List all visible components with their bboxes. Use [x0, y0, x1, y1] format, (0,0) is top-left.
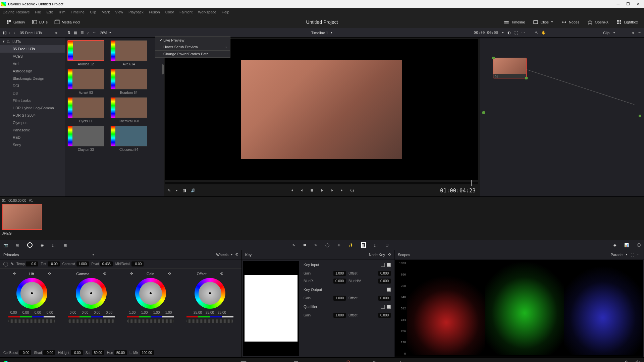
- colboost-input[interactable]: 0.00: [19, 350, 31, 355]
- reference-wipe-icon[interactable]: ◐: [507, 31, 511, 35]
- lut-thumb-clouseau54[interactable]: Clouseau 54: [110, 126, 147, 152]
- gallery-button[interactable]: Gallery: [3, 18, 29, 26]
- qualifier-matte[interactable]: [387, 305, 391, 309]
- qualifier-gain[interactable]: 1.000: [333, 313, 346, 318]
- viewer-scrubber[interactable]: [165, 182, 478, 184]
- menu-davinci[interactable]: DaVinci Resolve: [3, 10, 30, 14]
- lut-thumb-azrael93[interactable]: Azrael 93: [67, 69, 104, 95]
- lut-thumb-ava614[interactable]: Ava 614: [110, 40, 147, 66]
- lut-thumb-chemical168[interactable]: Chemical 168: [110, 97, 147, 123]
- node-graph-output[interactable]: [639, 115, 641, 117]
- lut-folder-aces[interactable]: ACES: [0, 53, 65, 60]
- search-icon[interactable]: ⌕: [87, 31, 90, 35]
- scopes-mode[interactable]: Parade: [611, 253, 623, 257]
- scope-parade[interactable]: 1023 896 768 640 512 384 256 128 0: [395, 260, 643, 357]
- key-input-matte[interactable]: [387, 263, 391, 267]
- scrub-playhead[interactable]: [471, 180, 472, 186]
- loop-icon[interactable]: [350, 188, 355, 193]
- lut-folder-35free[interactable]: 35 Free LUTs: [0, 45, 65, 53]
- edit-page-icon[interactable]: [293, 360, 299, 362]
- node-input-dot[interactable]: [492, 57, 495, 59]
- viewer-canvas[interactable]: [165, 39, 478, 180]
- key-input-gain[interactable]: 1.000: [333, 271, 346, 276]
- scopes-expand-icon[interactable]: ⛶: [631, 253, 634, 257]
- blur-icon[interactable]: ◧: [361, 242, 366, 248]
- sidebar-toggle-icon[interactable]: ▮▯: [3, 31, 7, 35]
- options-icon[interactable]: ⋯: [93, 31, 97, 35]
- breadcrumb[interactable]: 35 Free LUTs: [20, 31, 42, 35]
- lut-folder-astrodesign[interactable]: Astrodesign: [0, 67, 65, 75]
- key-reset-icon[interactable]: ⟲: [388, 252, 391, 257]
- lift-jog[interactable]: [8, 319, 55, 323]
- menu-live-preview[interactable]: ✓ Live Preview: [155, 37, 230, 44]
- color-wheels-icon[interactable]: [27, 242, 33, 248]
- menu-view[interactable]: View: [115, 10, 123, 14]
- fusion-page-icon[interactable]: [319, 360, 325, 362]
- hilight-input[interactable]: 0.00: [71, 350, 83, 355]
- lightbox-button[interactable]: Lightbox: [613, 18, 641, 26]
- deliver-page-icon[interactable]: [397, 360, 404, 362]
- maximize-button[interactable]: ☐: [626, 2, 630, 6]
- node-key-label[interactable]: Node Key: [369, 253, 385, 257]
- color-warper-icon[interactable]: ✱: [303, 243, 306, 247]
- sort-icon[interactable]: ⇅: [67, 31, 70, 35]
- gamma-wheel[interactable]: [76, 278, 107, 309]
- pivot-input[interactable]: 0.435: [100, 261, 113, 266]
- timeline-dropdown-icon[interactable]: ▼: [330, 31, 333, 34]
- lut-folder-sony[interactable]: Sony: [0, 141, 65, 148]
- scopes-dropdown-icon[interactable]: ▼: [625, 253, 628, 256]
- lut-thumb-clayton33[interactable]: Clayton 33: [67, 126, 104, 152]
- shad-input[interactable]: 0.00: [43, 350, 55, 355]
- lut-folder-hdr-st2084[interactable]: HDR ST 2084: [0, 112, 65, 119]
- menu-workspace[interactable]: Workspace: [198, 10, 216, 14]
- lmix-input[interactable]: 100.00: [140, 350, 154, 355]
- wheels-mode[interactable]: Wheels: [216, 253, 228, 257]
- lut-folder-olympus[interactable]: Olympus: [0, 119, 65, 126]
- menu-timeline[interactable]: Timeline: [71, 10, 85, 14]
- mediapool-button[interactable]: Media Pool: [51, 18, 84, 26]
- key-input-invert[interactable]: [381, 263, 385, 267]
- lift-expand-icon[interactable]: ✛: [13, 272, 16, 276]
- nav-forward-icon[interactable]: ›: [12, 30, 17, 36]
- tint-input[interactable]: 0.00: [48, 261, 60, 266]
- menu-file[interactable]: File: [35, 10, 41, 14]
- timeline-button[interactable]: Timeline: [500, 18, 528, 26]
- openfx-button[interactable]: OpenFX: [584, 18, 612, 26]
- nav-back-icon[interactable]: ‹: [7, 30, 12, 36]
- qualifier-invert[interactable]: [381, 305, 385, 309]
- lut-folder-dji[interactable]: DJI: [0, 89, 65, 97]
- next-frame-icon[interactable]: [330, 188, 334, 193]
- grid-view-icon[interactable]: ▦: [74, 31, 77, 35]
- first-frame-icon[interactable]: [289, 188, 294, 193]
- minimize-button[interactable]: ─: [616, 2, 620, 6]
- key-blur-r[interactable]: 0.000: [333, 279, 346, 284]
- key-output-matte[interactable]: [387, 288, 391, 292]
- mid-input[interactable]: 0.00: [131, 261, 144, 266]
- settings-icon[interactable]: [635, 360, 641, 362]
- key-output-offset[interactable]: 0.000: [378, 296, 391, 301]
- contrast-input[interactable]: 1.000: [76, 261, 89, 266]
- clip-dropdown-icon[interactable]: ▼: [613, 31, 615, 34]
- gamma-jog[interactable]: [68, 319, 115, 323]
- wipe-icon[interactable]: ◨: [183, 188, 186, 193]
- keyframe-icon[interactable]: ◆: [613, 243, 616, 247]
- menu-fusion[interactable]: Fusion: [149, 10, 160, 14]
- lut-folder-dci[interactable]: DCI: [0, 82, 65, 89]
- menu-mark[interactable]: Mark: [102, 10, 110, 14]
- qualifier-offset[interactable]: 0.000: [378, 313, 391, 318]
- lut-thumb-byers11[interactable]: Byers 11: [67, 97, 104, 123]
- menu-edit[interactable]: Edit: [46, 10, 53, 14]
- sizing-icon[interactable]: ⊡: [385, 243, 388, 247]
- lut-folder-filmlooks[interactable]: Film Looks: [0, 97, 65, 104]
- tracker-icon[interactable]: ✜: [337, 243, 340, 247]
- picker-white-icon[interactable]: ✎: [11, 262, 14, 266]
- node-01[interactable]: 01: [493, 58, 527, 78]
- timeline-name[interactable]: Timeline 1: [311, 31, 328, 35]
- nodes-button[interactable]: Nodes: [558, 18, 583, 26]
- lift-wheel[interactable]: [16, 278, 47, 309]
- hdr-wheels-icon[interactable]: ◉: [41, 243, 44, 247]
- gain-expand-icon[interactable]: ✛: [130, 272, 133, 276]
- stop-icon[interactable]: [310, 188, 314, 193]
- clip-thumbnail[interactable]: [2, 204, 42, 230]
- viewer-options-icon[interactable]: ⋯: [521, 31, 525, 35]
